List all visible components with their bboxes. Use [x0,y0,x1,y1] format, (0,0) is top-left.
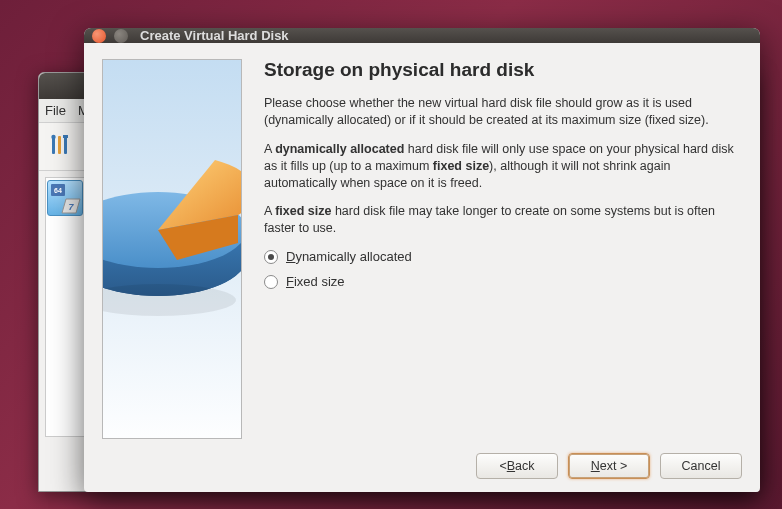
wizard-button-bar: < Back Next > Cancel [84,439,760,495]
create-disk-dialog: Create Virtual Hard Disk [84,28,760,492]
wizard-content: Storage on physical hard disk Please cho… [264,59,742,439]
menu-file[interactable]: File [45,103,66,118]
dialog-titlebar[interactable]: Create Virtual Hard Disk [84,28,760,43]
para-fixed: A fixed size hard disk file may take lon… [264,203,734,237]
svg-rect-1 [58,136,61,154]
radio-icon [264,250,278,264]
svg-point-3 [51,134,55,138]
radio-icon [264,275,278,289]
dialog-title: Create Virtual Hard Disk [140,28,289,43]
svg-rect-4 [63,135,68,138]
close-icon[interactable] [92,29,106,43]
svg-text:64: 64 [54,187,62,194]
cancel-button[interactable]: Cancel [660,453,742,479]
radio-label: Dynamically allocated [286,249,412,264]
svg-rect-2 [64,136,67,154]
toolbar-tools-icon[interactable] [47,130,75,164]
radio-label: Fixed size [286,274,345,289]
para-intro: Please choose whether the new virtual ha… [264,95,734,129]
vm-list: 64 7 [45,177,85,437]
radio-fixed-size[interactable]: Fixed size [264,274,734,289]
storage-type-radio-group: Dynamically allocated Fixed size [264,249,734,289]
para-dynamic: A dynamically allocated hard disk file w… [264,141,734,192]
page-heading: Storage on physical hard disk [264,59,734,81]
minimize-icon[interactable] [114,29,128,43]
wizard-sidebar-image [102,59,242,439]
radio-dynamically-allocated[interactable]: Dynamically allocated [264,249,734,264]
next-button[interactable]: Next > [568,453,650,479]
svg-point-11 [103,284,236,316]
back-button[interactable]: < Back [476,453,558,479]
vm-item[interactable]: 64 7 [47,180,83,216]
